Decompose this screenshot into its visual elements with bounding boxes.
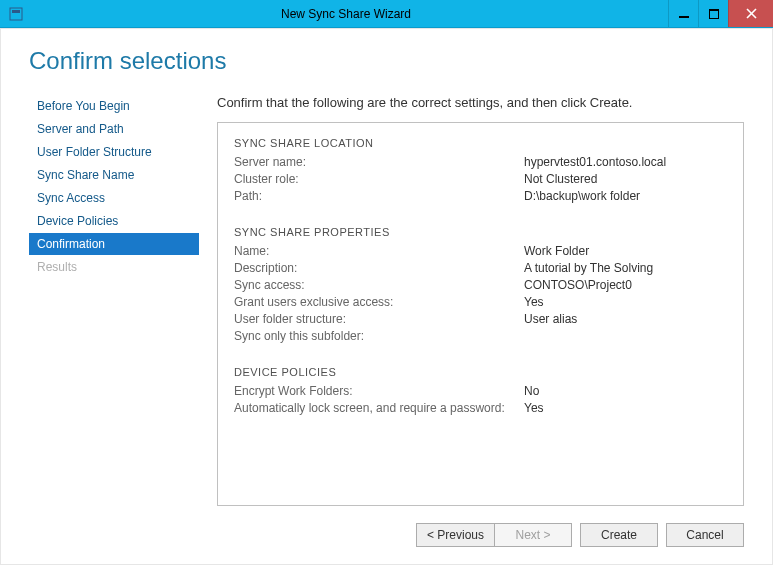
page-title: Confirm selections	[29, 47, 744, 75]
label-cluster-role: Cluster role:	[234, 172, 524, 186]
row-server-name: Server name: hypervtest01.contoso.local	[234, 155, 727, 169]
title-bar: New Sync Share Wizard	[0, 0, 773, 28]
row-sync-access: Sync access: CONTOSO\Project0	[234, 278, 727, 292]
wizard-body: Confirm selections Before You Begin Serv…	[0, 28, 773, 565]
row-path: Path: D:\backup\work folder	[234, 189, 727, 203]
wizard-footer: < Previous Next > Create Cancel	[1, 506, 772, 564]
row-folder-structure: User folder structure: User alias	[234, 312, 727, 326]
app-icon	[8, 6, 24, 22]
label-sync-access: Sync access:	[234, 278, 524, 292]
nav-item-sync-access[interactable]: Sync Access	[29, 187, 199, 209]
settings-summary-box: SYNC SHARE LOCATION Server name: hypervt…	[217, 122, 744, 506]
row-name: Name: Work Folder	[234, 244, 727, 258]
value-sync-access: CONTOSO\Project0	[524, 278, 632, 292]
value-grant-exclusive: Yes	[524, 295, 544, 309]
section-title-location: SYNC SHARE LOCATION	[234, 137, 727, 149]
next-button: Next >	[494, 523, 572, 547]
nav-item-device-policies[interactable]: Device Policies	[29, 210, 199, 232]
section-title-policies: DEVICE POLICIES	[234, 366, 727, 378]
nav-item-user-folder-structure[interactable]: User Folder Structure	[29, 141, 199, 163]
svg-rect-1	[12, 10, 20, 13]
value-encrypt: No	[524, 384, 539, 398]
value-cluster-role: Not Clustered	[524, 172, 597, 186]
svg-rect-4	[709, 9, 719, 11]
label-encrypt: Encrypt Work Folders:	[234, 384, 524, 398]
label-server-name: Server name:	[234, 155, 524, 169]
wizard-nav: Before You Begin Server and Path User Fo…	[29, 95, 199, 506]
value-lock: Yes	[524, 401, 544, 415]
instruction-text: Confirm that the following are the corre…	[217, 95, 744, 110]
value-path: D:\backup\work folder	[524, 189, 640, 203]
nav-item-before-you-begin[interactable]: Before You Begin	[29, 95, 199, 117]
create-button[interactable]: Create	[580, 523, 658, 547]
label-folder-structure: User folder structure:	[234, 312, 524, 326]
value-description: A tutorial by The Solving	[524, 261, 653, 275]
label-sync-only-subfolder: Sync only this subfolder:	[234, 329, 524, 343]
label-name: Name:	[234, 244, 524, 258]
label-lock: Automatically lock screen, and require a…	[234, 401, 524, 415]
window-controls	[668, 0, 773, 27]
value-folder-structure: User alias	[524, 312, 577, 326]
value-server-name: hypervtest01.contoso.local	[524, 155, 666, 169]
label-path: Path:	[234, 189, 524, 203]
window-title: New Sync Share Wizard	[24, 7, 668, 21]
section-title-properties: SYNC SHARE PROPERTIES	[234, 226, 727, 238]
label-grant-exclusive: Grant users exclusive access:	[234, 295, 524, 309]
svg-rect-0	[10, 8, 22, 20]
nav-item-sync-share-name[interactable]: Sync Share Name	[29, 164, 199, 186]
svg-rect-2	[679, 16, 689, 18]
cancel-button[interactable]: Cancel	[666, 523, 744, 547]
nav-item-server-and-path[interactable]: Server and Path	[29, 118, 199, 140]
value-name: Work Folder	[524, 244, 589, 258]
minimize-button[interactable]	[668, 0, 698, 27]
row-grant-exclusive: Grant users exclusive access: Yes	[234, 295, 727, 309]
row-sync-only-subfolder: Sync only this subfolder:	[234, 329, 727, 343]
row-description: Description: A tutorial by The Solving	[234, 261, 727, 275]
nav-item-results: Results	[29, 256, 199, 278]
previous-button[interactable]: < Previous	[416, 523, 494, 547]
maximize-button[interactable]	[698, 0, 728, 27]
row-cluster-role: Cluster role: Not Clustered	[234, 172, 727, 186]
row-lock: Automatically lock screen, and require a…	[234, 401, 727, 415]
close-button[interactable]	[728, 0, 773, 27]
nav-item-confirmation[interactable]: Confirmation	[29, 233, 199, 255]
row-encrypt: Encrypt Work Folders: No	[234, 384, 727, 398]
label-description: Description:	[234, 261, 524, 275]
